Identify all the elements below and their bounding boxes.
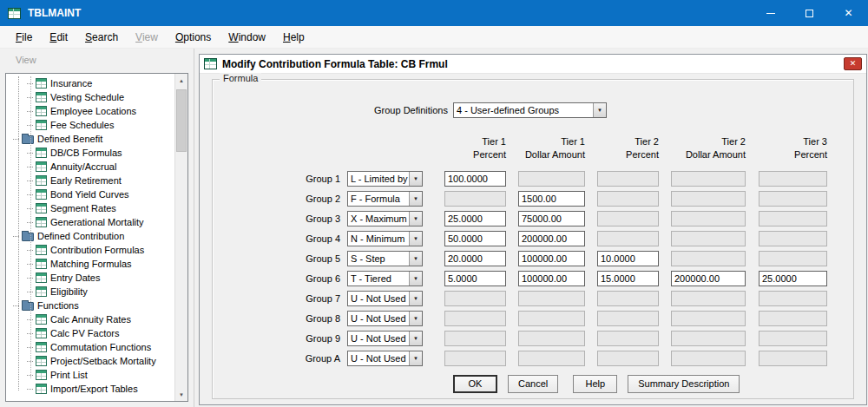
tree-item-calc-pv-factors[interactable]: Calc PV Factors [8, 326, 173, 340]
chevron-down-icon: ▼ [593, 103, 606, 117]
group-type-select[interactable]: T - Tiered▼ [347, 271, 423, 286]
tier-field[interactable] [518, 211, 585, 226]
group-definitions-select[interactable]: 4 - User-defined Groups ▼ [453, 102, 607, 118]
tree-item-vesting-schedule[interactable]: Vesting Schedule [8, 90, 173, 104]
minimize-button[interactable] [751, 0, 790, 26]
tier-field [759, 351, 827, 366]
tree-item-entry-dates[interactable]: Entry Dates [8, 271, 173, 285]
tree-item-employee-locations[interactable]: Employee Locations [8, 104, 173, 118]
group-type-select[interactable]: X - Maximum▼ [347, 211, 423, 226]
tier-field[interactable] [518, 251, 585, 266]
tree-connector [27, 222, 33, 223]
tier-field[interactable] [444, 211, 506, 226]
tree-item-import-export-tables[interactable]: Import/Export Tables [8, 382, 173, 396]
help-button[interactable]: Help [573, 375, 617, 393]
tree-item-functions[interactable]: Functions [8, 299, 173, 312]
formula-row-group-4: Group 4N - Minimum▼ [213, 228, 853, 248]
table-icon [36, 342, 47, 352]
tree-connector [27, 278, 33, 279]
tier-field [597, 291, 659, 306]
chevron-down-icon: ▼ [409, 232, 422, 246]
tree-item-segment-rates[interactable]: Segment Rates [8, 201, 173, 215]
tier-field [444, 331, 506, 346]
tree-item-calc-annuity-rates[interactable]: Calc Annuity Rates [8, 312, 173, 326]
scrollbar-thumb[interactable] [176, 89, 187, 152]
table-icon [36, 245, 47, 255]
tier-field[interactable] [759, 271, 827, 286]
menu-item-search[interactable]: Search [76, 28, 127, 47]
group-label: Group 6 [213, 273, 340, 284]
close-button[interactable]: ✕ [829, 0, 868, 26]
tree-item-eligibility[interactable]: Eligibility [8, 285, 173, 299]
tree-scrollbar[interactable]: ▲ ▼ [174, 74, 187, 401]
tree-item-insurance[interactable]: Insurance [8, 76, 173, 90]
group-type-select[interactable]: N - Minimum▼ [347, 231, 423, 246]
tree-item-commutation-functions[interactable]: Commutation Functions [8, 340, 173, 354]
menu-item-window[interactable]: Window [220, 28, 274, 47]
tree-item-print-list[interactable]: Print List [8, 368, 173, 382]
group-label: Group 5 [213, 253, 340, 264]
tier-field [671, 331, 746, 346]
window-title: TBLMAINT [28, 7, 81, 19]
tier-field [759, 211, 827, 226]
menu-item-edit[interactable]: Edit [41, 28, 76, 47]
group-type-select[interactable]: F - Formula▼ [347, 191, 423, 207]
tree-item-early-retirement[interactable]: Early Retirement [8, 174, 173, 187]
tree-item-fee-schedules[interactable]: Fee Schedules [8, 118, 173, 132]
dialog-close-button[interactable]: ✕ [844, 57, 862, 70]
tree-item-generational-mortality[interactable]: Generational Mortality [8, 215, 173, 229]
group-type-select[interactable]: U - Not Used▼ [347, 331, 423, 346]
tree-item-annuity-accrual[interactable]: Annuity/Accrual [8, 160, 173, 174]
table-icon [36, 78, 47, 89]
tier-field[interactable] [597, 271, 659, 286]
maximize-button[interactable] [790, 0, 829, 26]
tree-item-db-cb-formulas[interactable]: DB/CB Formulas [8, 146, 173, 160]
tier-field[interactable] [518, 231, 585, 246]
table-icon [36, 217, 47, 227]
tree-item-label: Project/Setback Mortality [50, 356, 156, 366]
tier-field[interactable] [518, 191, 585, 207]
group-type-select[interactable]: S - Step▼ [347, 251, 423, 266]
tier-field[interactable] [444, 231, 506, 246]
dialog-table-icon [204, 58, 217, 69]
tree-item-label: Matching Formulas [50, 259, 132, 269]
dialog-titlebar[interactable]: Modify Contribution Formula Table: CB Fr… [200, 55, 866, 74]
menu-item-file[interactable]: File [7, 28, 41, 47]
tree-item-project-setback-mortality[interactable]: Project/Setback Mortality [8, 354, 173, 368]
tier-field[interactable] [518, 271, 585, 286]
table-icon [36, 203, 47, 213]
tier-field[interactable] [597, 251, 659, 266]
group-type-select[interactable]: U - Not Used▼ [347, 291, 423, 306]
table-icon [36, 161, 47, 172]
tree-connector [13, 139, 19, 140]
tier-field[interactable] [444, 251, 506, 266]
tree-item-matching-formulas[interactable]: Matching Formulas [8, 257, 173, 271]
tier-field [597, 331, 659, 346]
group-type-select[interactable]: L - Limited by▼ [347, 171, 423, 187]
tree-connector [27, 83, 33, 84]
app-titlebar: TBLMAINT ✕ [0, 0, 868, 26]
cancel-button[interactable]: Cancel [508, 375, 558, 393]
tree-item-bond-yield-curves[interactable]: Bond Yield Curves [8, 187, 173, 201]
group-type-select[interactable]: U - Not Used▼ [347, 311, 423, 326]
tier-field[interactable] [671, 271, 746, 286]
tree-connector [27, 125, 33, 126]
tree-item-contribution-formulas[interactable]: Contribution Formulas [8, 243, 173, 257]
tree-item-label: Insurance [50, 78, 92, 89]
scroll-up-button[interactable]: ▲ [175, 74, 187, 87]
tier-field [671, 251, 746, 266]
ok-button[interactable]: OK [453, 375, 497, 393]
group-label: Group 3 [213, 213, 340, 224]
scroll-down-button[interactable]: ▼ [175, 388, 187, 401]
tier-field[interactable] [444, 171, 506, 187]
tree-item-defined-contribution[interactable]: Defined Contribution [8, 229, 173, 243]
menu-item-options[interactable]: Options [167, 28, 220, 47]
tree-item-defined-benefit[interactable]: Defined Benefit [8, 132, 173, 146]
close-icon: ✕ [844, 8, 852, 18]
formula-row-group-a: Group AU - Not Used▼ [213, 348, 853, 368]
menu-item-help[interactable]: Help [274, 28, 313, 47]
group-type-select[interactable]: U - Not Used▼ [347, 351, 423, 366]
summary-description-button[interactable]: Summary Description [628, 375, 740, 393]
tier-field[interactable] [444, 271, 506, 286]
group-type-value: U - Not Used [348, 292, 409, 305]
